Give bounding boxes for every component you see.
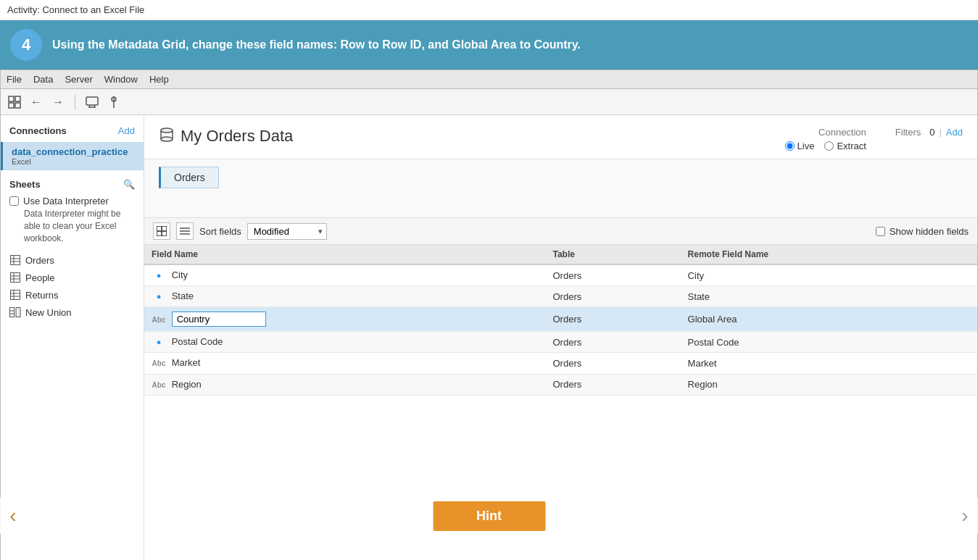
connection-options-label: Connection <box>819 127 866 138</box>
filters-add-link[interactable]: Add <box>946 127 963 138</box>
toolbar: ← → <box>1 89 977 115</box>
table-row: Abc Market Orders Market <box>144 353 977 375</box>
svg-rect-33 <box>162 232 167 236</box>
table-row: ● Postal Code Orders Postal Code <box>144 332 977 353</box>
svg-rect-31 <box>162 227 167 231</box>
menu-data[interactable]: Data <box>33 74 53 85</box>
filters-label: Filters <box>895 127 921 138</box>
table-cell-city: Orders <box>545 264 680 286</box>
tables-area: Orders <box>144 159 977 217</box>
orders-table-badge[interactable]: Orders <box>159 167 219 188</box>
metadata-table: Field Name Table Remote Field Name ● <box>144 245 977 560</box>
connections-section-header: Connections Add <box>1 122 144 139</box>
metadata-toolbar-left: Sort fields Modified Name Type <box>153 222 327 240</box>
sheets-search-icon[interactable]: 🔍 <box>123 179 135 190</box>
abc-icon-market: Abc <box>152 358 166 369</box>
interpreter-checkbox[interactable] <box>9 196 19 206</box>
svg-point-26 <box>161 128 173 133</box>
interpreter-section: Use Data Interpreter Data Interpreter mi… <box>1 193 144 247</box>
remote-cell-postal: Postal Code <box>681 332 977 353</box>
interpreter-desc: Data Interpreter might be able to clean … <box>9 208 135 244</box>
svg-rect-32 <box>157 232 162 236</box>
tableau-app: File Data Server Window Help ← → <box>0 70 978 560</box>
svg-point-29 <box>161 137 173 141</box>
instruction-banner: 4 Using the Metadata Grid, change these … <box>0 20 978 70</box>
toolbar-separator-1 <box>75 95 75 109</box>
back-arrow-icon[interactable]: ← <box>28 94 44 110</box>
instruction-text: Using the Metadata Grid, change these fi… <box>52 37 581 53</box>
extract-label: Extract <box>837 141 866 151</box>
menu-server[interactable]: Server <box>65 74 92 85</box>
grid-view-icon[interactable] <box>153 222 170 240</box>
nav-left-arrow[interactable]: ‹ <box>0 498 26 534</box>
connection-radio-row: Live Extract <box>785 141 866 151</box>
table-row-country: Abc Orders Global Area <box>144 307 977 332</box>
svg-rect-18 <box>11 291 20 300</box>
field-name-market: Market <box>172 357 201 368</box>
nav-right-arrow[interactable]: › <box>952 498 978 534</box>
table-row: Abc Region Orders Region <box>144 374 977 396</box>
monitor-icon[interactable] <box>84 94 100 110</box>
sidebar: Connections Add data_connection_practice… <box>1 115 144 560</box>
add-connection-link[interactable]: Add <box>118 125 135 136</box>
instruction-number: 4 <box>10 29 42 61</box>
field-name-region: Region <box>172 379 202 390</box>
live-radio-option[interactable]: Live <box>785 141 815 151</box>
sheet-item-people[interactable]: People <box>1 269 144 286</box>
col-field-name: Field Name <box>144 245 545 264</box>
svg-rect-1 <box>15 96 20 101</box>
connection-name: data_connection_practice <box>12 146 135 157</box>
field-name-state: State <box>172 291 194 301</box>
metadata-area: Sort fields Modified Name Type <box>144 217 977 560</box>
datasource-name: My Orders Data <box>181 127 293 146</box>
menu-bar: File Data Server Window Help <box>1 70 977 89</box>
live-label: Live <box>797 141 815 151</box>
country-field-name-input[interactable] <box>172 312 266 327</box>
activity-text: Activity: Connect to an Excel File <box>7 4 144 15</box>
connection-item[interactable]: data_connection_practice Excel <box>1 142 144 170</box>
show-hidden-label: Show hidden fields <box>890 226 969 237</box>
sheets-label: Sheets <box>9 179 41 190</box>
menu-help[interactable]: Help <box>149 74 169 85</box>
sheet-item-new-union[interactable]: New Union <box>1 304 144 321</box>
field-name-postal: Postal Code <box>172 336 223 347</box>
forward-arrow-icon[interactable]: → <box>50 94 66 110</box>
metadata-toolbar: Sort fields Modified Name Type <box>144 218 977 245</box>
datasource-cylinder-icon <box>159 127 175 146</box>
menu-file[interactable]: File <box>7 74 22 85</box>
svg-rect-23 <box>16 308 20 317</box>
show-hidden-checkbox[interactable] <box>876 227 885 236</box>
main-content: My Orders Data Connection Live <box>144 115 977 560</box>
field-name-city: City <box>172 269 188 280</box>
field-cell-postal: ● Postal Code <box>144 332 545 353</box>
sort-fields-label: Sort fields <box>199 226 241 237</box>
sheet-orders-label: Orders <box>25 255 54 266</box>
sheet-item-orders[interactable]: Orders <box>1 251 144 269</box>
grid-icon[interactable] <box>7 94 22 110</box>
sort-dropdown[interactable]: Modified Name Type <box>247 223 327 240</box>
abc-icon-region: Abc <box>152 379 166 390</box>
new-union-icon <box>9 306 21 318</box>
interpreter-label: Use Data Interpreter <box>23 196 109 206</box>
field-cell-country: Abc <box>144 307 545 332</box>
sheet-new-union-label: New Union <box>25 307 72 318</box>
remote-cell-country: Global Area <box>681 307 977 332</box>
table-row: ● City Orders City <box>144 264 977 286</box>
svg-rect-22 <box>10 308 14 317</box>
connections-label: Connections <box>9 125 67 136</box>
col-remote-field-name: Remote Field Name <box>681 245 977 264</box>
extract-radio-option[interactable]: Extract <box>824 141 866 151</box>
svg-rect-10 <box>11 256 20 265</box>
list-view-icon[interactable] <box>176 222 194 240</box>
remote-cell-region: Region <box>681 374 977 396</box>
sheets-section-header: Sheets 🔍 <box>1 173 144 193</box>
hint-button[interactable]: Hint <box>433 501 545 531</box>
live-radio[interactable] <box>785 141 795 151</box>
show-hidden-section: Show hidden fields <box>876 226 969 237</box>
returns-grid-icon <box>9 289 21 301</box>
extract-radio[interactable] <box>824 141 834 151</box>
connection-options: Connection Live Extract <box>785 127 866 151</box>
sheet-item-returns[interactable]: Returns <box>1 286 144 304</box>
menu-window[interactable]: Window <box>104 74 138 85</box>
pin-icon[interactable] <box>106 94 122 110</box>
